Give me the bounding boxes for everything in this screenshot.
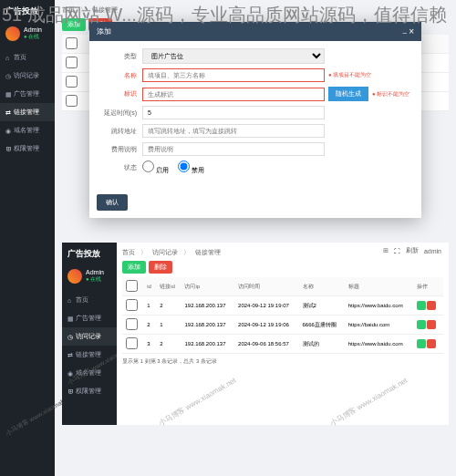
status-disable[interactable]: 禁用 [178,160,204,175]
check-all[interactable] [66,37,78,49]
user-panel: Admin ● 在线 [0,23,55,45]
nav-home[interactable]: ⌂首页 [0,48,55,67]
user-name-2: Admin [86,269,104,275]
nav2-home[interactable]: ⌂首页 [62,291,117,309]
id-hint: ● 标识不能为空 [372,90,409,98]
row-check[interactable] [126,299,138,311]
bc-curr[interactable]: 链接管理 [92,5,118,15]
edit-button[interactable] [417,320,426,329]
add-button[interactable]: 添加 [62,18,86,31]
main-content: 首页 〉 链接管理 添加 删除 id 状态 时间 操作 [55,0,456,476]
bc2-home[interactable]: 首页 [122,248,135,257]
delete-row-button[interactable] [427,320,436,329]
modal-title: 添加 [97,26,111,36]
add-button-2[interactable]: 添加 [122,261,146,274]
globe-icon: ◉ [5,128,11,133]
table-row: 2 1 192.168.200.137 2024-09-12 19:19:06 … [122,316,443,335]
user-panel-2: Admin ● 在线 [62,265,117,287]
edit-button[interactable] [417,339,426,348]
table-row: 3 2 192.168.200.137 2024-09-06 18:56:57 … [122,335,443,354]
pager-text: 显示第 1 到第 3 条记录，总共 3 条记录 [122,357,443,366]
status-enable[interactable]: 启用 [142,160,169,175]
fullscreen-icon[interactable]: ⛶ [394,248,400,254]
link-icon: ⇄ [67,352,73,357]
row-check[interactable] [126,318,138,330]
row-check[interactable] [66,57,78,68]
sidebar-2: 广告投放 Admin ● 在线 ⌂首页 ▦广告管理 ◷访问记录 ⇄链接管理 ◉域 [62,243,117,425]
clock-icon: ◷ [5,73,11,78]
nav2-ads[interactable]: ▦广告管理 [62,309,117,327]
row-check[interactable] [126,337,138,349]
modal-body: 类型 图片广告位 名称 ● 填项目不能为空 标识 随机生成 ● 标识不能为空 [89,41,421,187]
delay-input[interactable] [142,106,325,119]
sidebar: 广告投放 Admin ● 在线 ⌂首页 ◷访问记录 ▦广告管理 ⇄链接管理 ◉域… [0,0,55,476]
refresh-link[interactable]: 刷新 [406,246,419,255]
delete-button-2[interactable]: 删除 [149,261,172,274]
delete-row-button[interactable] [427,339,436,348]
edit-button[interactable] [417,301,426,310]
jump-label: 跳转地址 [97,127,142,136]
bc2-visits[interactable]: 访问记录 [152,248,178,257]
name-input[interactable] [142,68,325,82]
add-modal: 添加 – × 类型 图片广告位 名称 ● 填项目不能为空 [89,22,421,218]
type-select[interactable]: 图片广告位 [142,48,325,64]
home-icon: ⌂ [67,297,73,303]
minimize-icon[interactable]: – [402,28,406,36]
row-check[interactable] [66,76,78,88]
modal-header: 添加 – × [89,22,421,41]
nav-domains[interactable]: ◉域名管理 [0,121,55,140]
nav2-visits[interactable]: ◷访问记录 [62,327,117,346]
watermark-4: 小马博客 www.xiaomak.net [157,376,238,429]
logo-2: 广告投放 [62,243,117,265]
visits-table: id 链接id 访问ip 访问时间 名称 标题 操作 1 [122,277,443,354]
user-name: Admin [24,26,42,33]
user-status-2: ● 在线 [86,275,104,284]
nav-list: ⌂首页 ◷访问记录 ▦广告管理 ⇄链接管理 ◉域名管理 ⛨权限管理 [0,48,55,158]
user-link[interactable]: admin [424,248,441,254]
bc2-links[interactable]: 链接管理 [195,248,221,257]
top-right-tools: ⊞ ⛶ 刷新 admin [383,246,441,255]
shield-icon: ⛨ [5,146,11,151]
nav-links[interactable]: ⇄链接管理 [0,103,55,121]
link-icon: ⇄ [5,109,11,115]
delete-row-button[interactable] [427,301,436,310]
name-hint: ● 填项目不能为空 [328,71,371,79]
watermark-3: 小马博客 www.xiaomak.net [327,376,409,429]
breadcrumb: 首页 〉 链接管理 [62,5,449,15]
logo: 广告投放 [0,0,55,23]
price-input[interactable] [142,142,325,156]
jump-input[interactable] [142,124,325,138]
nav-visits[interactable]: ◷访问记录 [0,67,55,85]
content-2: 首页 〉 访问记录 〉 链接管理 ⊞ ⛶ 刷新 admin 添加 删除 [117,243,449,425]
bc-home[interactable]: 首页 [62,5,75,15]
id-input[interactable] [142,88,325,101]
table-row: 1 2 192.168.200.137 2024-09-12 19:19:07 … [122,296,443,316]
id-label: 标识 [97,89,142,98]
check-all-2[interactable] [126,280,138,292]
name-label: 名称 [97,71,142,80]
shield-icon: ⛨ [67,388,73,394]
price-label: 费用说明 [97,145,142,154]
status-label: 状态 [97,163,142,172]
user-status: ● 在线 [24,33,42,41]
avatar-2 [67,269,82,284]
submit-button[interactable]: 确认 [97,194,128,211]
ad-icon: ▦ [5,91,11,97]
clock-icon: ◷ [67,334,73,339]
nav-perms[interactable]: ⛨权限管理 [0,140,55,158]
home-icon: ⌂ [5,55,11,60]
avatar [5,26,20,41]
ad-icon: ▦ [67,316,73,321]
delay-label: 延迟时间(s) [97,109,142,118]
generate-button[interactable]: 随机生成 [328,87,368,101]
nav-ads[interactable]: ▦广告管理 [0,85,55,103]
type-label: 类型 [97,52,142,61]
grid-icon[interactable]: ⊞ [383,247,389,254]
row-check[interactable] [66,95,78,107]
close-icon[interactable]: × [409,26,414,36]
